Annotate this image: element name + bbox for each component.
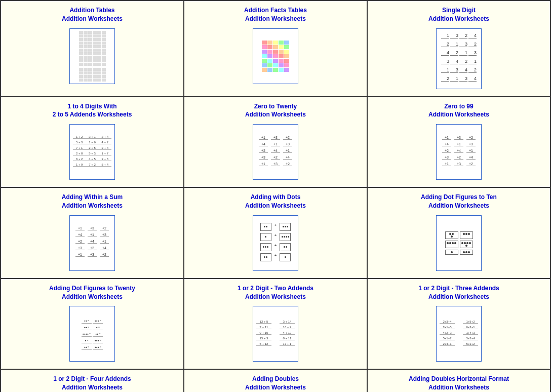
cell-title-adding-doubles-horizontal: Adding Doubles Horizontal Format Additio… xyxy=(409,375,509,392)
cell-title-addition-facts-tables: Addition Facts Tables Addition Worksheet… xyxy=(244,6,307,23)
cell-zero-to-99[interactable]: Zero to 99 Addition Worksheets +1+3+2 +4… xyxy=(368,97,551,188)
cell-title-adding-doubles: Adding Doubles Addition Worksheets xyxy=(245,375,306,392)
preview-adding-dot-figures-twenty: ●● = ●●● = ●● = ● = ●●●● = ●● = ● = ●●● … xyxy=(69,306,115,362)
preview-adding-dot-figures-ten xyxy=(436,215,482,271)
cell-1-or-2-digit-three-addends[interactable]: 1 or 2 Digit - Three Addends Addition Wo… xyxy=(368,279,551,370)
cell-adding-dot-figures-ten[interactable]: Adding Dot Figures to Ten Addition Works… xyxy=(368,188,551,279)
preview-adding-with-dots: + + + + xyxy=(253,215,298,271)
cell-title-adding-dot-figures-ten: Adding Dot Figures to Ten Addition Works… xyxy=(421,193,497,210)
cell-adding-within-sum[interactable]: Adding Within a Sum Addition Worksheets … xyxy=(1,188,184,279)
preview-zero-to-twenty: +1+3+2 +4+1+3 +2+4+1 +3+2+4 +1+3+2 xyxy=(253,124,298,180)
cell-title-1-or-2-digit-four-addends: 1 or 2 Digit - Four Addends Addition Wor… xyxy=(53,375,131,392)
preview-addition-tables xyxy=(69,28,115,84)
cell-title-adding-dot-figures-twenty: Adding Dot Figures to Twenty Addition Wo… xyxy=(49,284,135,301)
cell-title-zero-to-twenty: Zero to Twenty Addition Worksheets xyxy=(245,102,306,120)
preview-zero-to-99: +1+3+2 +4+1+3 +2+4+1 +3+2+4 +1+3+2 xyxy=(436,124,482,180)
preview-1-to-4-digits: 1 + 23 + 12 + 4 5 + 31 + 64 + 2 7 + 12 +… xyxy=(69,124,115,180)
cell-1-or-2-digit-two-addends[interactable]: 1 or 2 Digit - Two Addends Addition Work… xyxy=(184,279,368,370)
cell-1-to-4-digits[interactable]: 1 to 4 Digits With 2 to 5 Addends Worksh… xyxy=(1,97,184,188)
preview-1-or-2-digit-two-addends: 12 + 53 + 14 7 + 1116 + 2 9 + 104 + 13 1… xyxy=(253,306,298,362)
cell-title-adding-with-dots: Adding with Dots Addition Worksheets xyxy=(245,193,306,210)
cell-title-1-to-4-digits: 1 to 4 Digits With 2 to 5 Addends Worksh… xyxy=(53,102,132,120)
preview-addition-facts-tables xyxy=(253,28,298,84)
cell-adding-doubles[interactable]: Adding Doubles Addition Worksheets 1+12+… xyxy=(184,370,368,392)
preview-1-or-2-digit-three-addends: 2+3+41+5+2 3+1+56+2+1 4+2+31+4+3 5+1+23+… xyxy=(436,306,482,362)
cell-title-1-or-2-digit-two-addends: 1 or 2 Digit - Two Addends Addition Work… xyxy=(238,284,313,301)
cell-zero-to-twenty[interactable]: Zero to Twenty Addition Worksheets +1+3+… xyxy=(184,97,368,188)
cell-title-single-digit: Single Digit Addition Worksheets xyxy=(428,6,489,23)
cell-1-or-2-digit-four-addends[interactable]: 1 or 2 Digit - Four Addends Addition Wor… xyxy=(1,370,184,392)
cell-single-digit[interactable]: Single Digit Addition Worksheets 1324 21… xyxy=(368,1,551,97)
preview-single-digit: 1324 2132 4213 3421 1342 2134 xyxy=(436,28,482,89)
cell-title-addition-tables: Addition Tables Addition Worksheets xyxy=(62,6,123,23)
cell-title-adding-within-sum: Adding Within a Sum Addition Worksheets xyxy=(62,193,123,210)
cell-title-1-or-2-digit-three-addends: 1 or 2 Digit - Three Addends Addition Wo… xyxy=(418,284,499,301)
cell-adding-dot-figures-twenty[interactable]: Adding Dot Figures to Twenty Addition Wo… xyxy=(1,279,184,370)
cell-adding-doubles-horizontal[interactable]: Adding Doubles Horizontal Format Additio… xyxy=(368,370,551,392)
worksheet-grid: Addition Tables Addition Worksheets xyxy=(0,0,551,392)
cell-title-zero-to-99: Zero to 99 Addition Worksheets xyxy=(428,102,489,120)
cell-addition-facts-tables[interactable]: Addition Facts Tables Addition Worksheet… xyxy=(184,1,368,97)
cell-adding-with-dots[interactable]: Adding with Dots Addition Worksheets + +… xyxy=(184,188,368,279)
cell-addition-tables[interactable]: Addition Tables Addition Worksheets xyxy=(1,1,184,97)
preview-adding-within-sum: +1+3+2 +4+1+3 +2+4+1 +3+2+4 +1+3+2 xyxy=(69,215,115,271)
